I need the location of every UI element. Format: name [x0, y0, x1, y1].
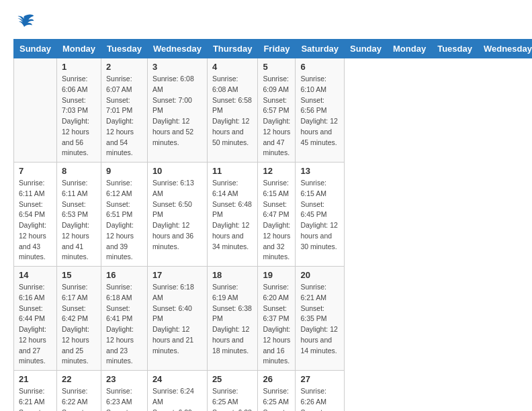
day-info: Sunrise: 6:08 AM Sunset: 6:58 PM Dayligh…: [212, 74, 253, 148]
day-info: Sunrise: 6:21 AM Sunset: 6:35 PM Dayligh…: [300, 282, 339, 356]
calendar-cell: 20 Sunrise: 6:21 AM Sunset: 6:35 PM Dayl…: [296, 267, 345, 371]
logo: [13, 13, 38, 32]
day-number: 12: [263, 166, 290, 176]
day-number: 26: [263, 374, 290, 384]
calendar-week-row: 21 Sunrise: 6:21 AM Sunset: 6:34 PM Dayl…: [14, 371, 533, 412]
calendar-cell: 11 Sunrise: 6:14 AM Sunset: 6:48 PM Dayl…: [207, 163, 258, 267]
day-number: 5: [263, 62, 290, 72]
day-info: Sunrise: 6:16 AM Sunset: 6:44 PM Dayligh…: [19, 282, 52, 367]
calendar-cell: 9 Sunrise: 6:12 AM Sunset: 6:51 PM Dayli…: [101, 163, 148, 267]
day-info: Sunrise: 6:08 AM Sunset: 7:00 PM Dayligh…: [152, 74, 202, 148]
header-cell-thursday: Thursday: [207, 40, 258, 58]
day-number: 4: [212, 62, 253, 72]
day-info: Sunrise: 6:09 AM Sunset: 6:57 PM Dayligh…: [263, 74, 290, 158]
calendar-cell: 19 Sunrise: 6:20 AM Sunset: 6:37 PM Dayl…: [258, 267, 296, 371]
header-cell-tuesday: Tuesday: [101, 40, 148, 58]
day-number: 20: [300, 270, 339, 280]
day-number: 6: [300, 62, 339, 72]
calendar-week-row: 1 Sunrise: 6:06 AM Sunset: 7:03 PM Dayli…: [14, 58, 533, 163]
day-number: 10: [152, 166, 202, 176]
day-info: Sunrise: 6:17 AM Sunset: 6:42 PM Dayligh…: [62, 282, 96, 367]
calendar-table: SundayMondayTuesdayWednesdayThursdayFrid…: [13, 39, 532, 411]
day-number: 8: [62, 166, 96, 176]
day-info: Sunrise: 6:14 AM Sunset: 6:48 PM Dayligh…: [212, 178, 253, 252]
day-info: Sunrise: 6:10 AM Sunset: 6:56 PM Dayligh…: [300, 74, 339, 148]
calendar-cell: 6 Sunrise: 6:10 AM Sunset: 6:56 PM Dayli…: [296, 58, 345, 163]
header-cell-saturday: Saturday: [296, 40, 345, 58]
calendar-cell: 14 Sunrise: 6:16 AM Sunset: 6:44 PM Dayl…: [14, 267, 57, 371]
day-info: Sunrise: 6:24 AM Sunset: 6:29 PM Dayligh…: [152, 386, 202, 411]
header-cell-wednesday: Wednesday: [478, 40, 532, 58]
day-info: Sunrise: 6:18 AM Sunset: 6:41 PM Dayligh…: [106, 282, 142, 367]
day-number: 13: [300, 166, 339, 176]
header-cell-sunday: Sunday: [14, 40, 57, 58]
calendar-cell: 12 Sunrise: 6:15 AM Sunset: 6:47 PM Dayl…: [258, 163, 296, 267]
day-number: 1: [62, 62, 96, 72]
day-info: Sunrise: 6:15 AM Sunset: 6:47 PM Dayligh…: [263, 178, 290, 263]
day-number: 16: [106, 270, 142, 280]
calendar-cell: 18 Sunrise: 6:19 AM Sunset: 6:38 PM Dayl…: [207, 267, 258, 371]
calendar-cell: [14, 58, 57, 163]
calendar-cell: 7 Sunrise: 6:11 AM Sunset: 6:54 PM Dayli…: [14, 163, 57, 267]
header-cell-tuesday: Tuesday: [432, 40, 478, 58]
calendar-week-row: 14 Sunrise: 6:16 AM Sunset: 6:44 PM Dayl…: [14, 267, 533, 371]
day-info: Sunrise: 6:07 AM Sunset: 7:01 PM Dayligh…: [106, 74, 142, 158]
calendar-cell: 2 Sunrise: 6:07 AM Sunset: 7:01 PM Dayli…: [101, 58, 148, 163]
calendar-cell: 27 Sunrise: 6:26 AM Sunset: 6:25 PM Dayl…: [296, 371, 345, 412]
day-number: 24: [152, 374, 202, 384]
day-number: 3: [152, 62, 202, 72]
day-info: Sunrise: 6:13 AM Sunset: 6:50 PM Dayligh…: [152, 178, 202, 252]
day-info: Sunrise: 6:25 AM Sunset: 6:28 PM Dayligh…: [212, 386, 253, 411]
day-number: 18: [212, 270, 253, 280]
day-info: Sunrise: 6:22 AM Sunset: 6:32 PM Dayligh…: [62, 386, 96, 411]
calendar-cell: 5 Sunrise: 6:09 AM Sunset: 6:57 PM Dayli…: [258, 58, 296, 163]
calendar-cell: 15 Sunrise: 6:17 AM Sunset: 6:42 PM Dayl…: [56, 267, 101, 371]
calendar-cell: 16 Sunrise: 6:18 AM Sunset: 6:41 PM Dayl…: [101, 267, 148, 371]
calendar-cell: 25 Sunrise: 6:25 AM Sunset: 6:28 PM Dayl…: [207, 371, 258, 412]
day-number: 7: [19, 166, 52, 176]
day-info: Sunrise: 6:20 AM Sunset: 6:37 PM Dayligh…: [263, 282, 290, 367]
day-number: 22: [62, 374, 96, 384]
day-info: Sunrise: 6:21 AM Sunset: 6:34 PM Dayligh…: [19, 386, 52, 411]
day-number: 9: [106, 166, 142, 176]
day-info: Sunrise: 6:23 AM Sunset: 6:31 PM Dayligh…: [106, 386, 142, 411]
header-cell-monday: Monday: [388, 40, 432, 58]
header-cell-monday: Monday: [56, 40, 101, 58]
day-info: Sunrise: 6:15 AM Sunset: 6:45 PM Dayligh…: [300, 178, 339, 252]
header-cell-friday: Friday: [258, 40, 296, 58]
header-cell-wednesday: Wednesday: [147, 40, 207, 58]
calendar-cell: 17 Sunrise: 6:18 AM Sunset: 6:40 PM Dayl…: [147, 267, 207, 371]
day-number: 14: [19, 270, 52, 280]
calendar-header-row: SundayMondayTuesdayWednesdayThursdayFrid…: [14, 40, 533, 58]
calendar-cell: 8 Sunrise: 6:11 AM Sunset: 6:53 PM Dayli…: [56, 163, 101, 267]
calendar-cell: 21 Sunrise: 6:21 AM Sunset: 6:34 PM Dayl…: [14, 371, 57, 412]
day-number: 19: [263, 270, 290, 280]
day-info: Sunrise: 6:26 AM Sunset: 6:25 PM Dayligh…: [300, 386, 339, 411]
calendar-week-row: 7 Sunrise: 6:11 AM Sunset: 6:54 PM Dayli…: [14, 163, 533, 267]
day-number: 17: [152, 270, 202, 280]
day-number: 25: [212, 374, 253, 384]
day-number: 2: [106, 62, 142, 72]
calendar-cell: 24 Sunrise: 6:24 AM Sunset: 6:29 PM Dayl…: [147, 371, 207, 412]
day-number: 15: [62, 270, 96, 280]
header-cell-sunday: Sunday: [345, 40, 388, 58]
day-info: Sunrise: 6:11 AM Sunset: 6:53 PM Dayligh…: [62, 178, 96, 263]
day-info: Sunrise: 6:18 AM Sunset: 6:40 PM Dayligh…: [152, 282, 202, 356]
day-number: 27: [300, 374, 339, 384]
day-number: 21: [19, 374, 52, 384]
day-info: Sunrise: 6:06 AM Sunset: 7:03 PM Dayligh…: [62, 74, 96, 158]
day-number: 11: [212, 166, 253, 176]
calendar-cell: 22 Sunrise: 6:22 AM Sunset: 6:32 PM Dayl…: [56, 371, 101, 412]
logo-bird-icon: [13, 13, 35, 32]
calendar-cell: 3 Sunrise: 6:08 AM Sunset: 7:00 PM Dayli…: [147, 58, 207, 163]
calendar-cell: 10 Sunrise: 6:13 AM Sunset: 6:50 PM Dayl…: [147, 163, 207, 267]
day-info: Sunrise: 6:12 AM Sunset: 6:51 PM Dayligh…: [106, 178, 142, 263]
day-info: Sunrise: 6:11 AM Sunset: 6:54 PM Dayligh…: [19, 178, 52, 263]
day-info: Sunrise: 6:25 AM Sunset: 6:26 PM Dayligh…: [263, 386, 290, 411]
calendar-cell: 1 Sunrise: 6:06 AM Sunset: 7:03 PM Dayli…: [56, 58, 101, 163]
page-header: [13, 13, 519, 32]
day-info: Sunrise: 6:19 AM Sunset: 6:38 PM Dayligh…: [212, 282, 253, 356]
day-number: 23: [106, 374, 142, 384]
calendar-cell: 23 Sunrise: 6:23 AM Sunset: 6:31 PM Dayl…: [101, 371, 148, 412]
calendar-cell: 4 Sunrise: 6:08 AM Sunset: 6:58 PM Dayli…: [207, 58, 258, 163]
